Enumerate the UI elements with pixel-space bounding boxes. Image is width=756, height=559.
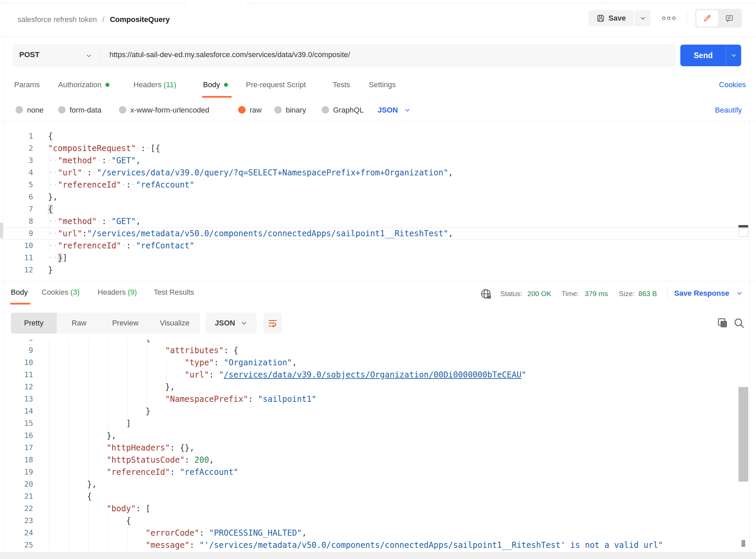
- edit-pane-toggle[interactable]: [696, 10, 718, 26]
- response-scrollbar-thumb[interactable]: [738, 387, 748, 482]
- request-body-editor[interactable]: 1{2"compositeRequest"·:·[{3··"method"·:·…: [0, 121, 750, 276]
- code-line-13[interactable]: 13 "NamespacePrefix": "sailpoint1": [0, 393, 750, 405]
- line-number: 2: [0, 142, 33, 154]
- indent-guide: [108, 340, 108, 344]
- request-editor-scrollbar-thumb[interactable]: [738, 228, 748, 237]
- code-line-16[interactable]: 16 },: [0, 429, 750, 442]
- code-line-7[interactable]: 7{: [0, 203, 750, 215]
- cookies-link[interactable]: Cookies: [719, 81, 746, 89]
- radio-x-www-form-urlencoded-label[interactable]: x-www-form-urlencoded: [130, 106, 209, 115]
- network-lock-icon[interactable]: [480, 288, 493, 301]
- code-line-2[interactable]: 2"compositeRequest"·:·[{: [0, 142, 750, 154]
- view-visualize[interactable]: Visualize: [149, 313, 200, 334]
- code-line-3[interactable]: 3··"method"·:·"GET",: [0, 154, 750, 166]
- response-tab-cookies[interactable]: Cookies (3): [42, 288, 80, 297]
- code-line-9[interactable]: 9 "attributes": {: [0, 344, 750, 357]
- view-raw[interactable]: Raw: [57, 313, 101, 334]
- tab-settings[interactable]: Settings: [369, 81, 396, 89]
- radio-graphql[interactable]: [322, 106, 329, 114]
- code-line-8[interactable]: 8··"method"·:·"GET",: [0, 215, 750, 227]
- code-line-5[interactable]: 5··"referenceId"·:·"refAccount": [0, 179, 750, 191]
- code-line-4[interactable]: 4··"url"·:·"/services/data/v39.0/query/?…: [0, 166, 750, 179]
- chevron-down-icon: [240, 320, 247, 327]
- url-value: https://atul-sail-dev-ed.my.salesforce.c…: [110, 50, 350, 59]
- code-line-17[interactable]: 17 "httpHeaders": {},: [0, 442, 750, 454]
- code-line-12[interactable]: 12 },: [0, 381, 750, 393]
- code-line-25[interactable]: 25 "message": "'/services/metadata/v50.0…: [0, 539, 750, 551]
- radio-raw[interactable]: [238, 106, 246, 114]
- code-line-15[interactable]: 15 ]: [0, 418, 750, 429]
- view-pretty[interactable]: Pretty: [11, 313, 57, 334]
- code-line-24[interactable]: 24 "errorCode": "PROCESSING_HALTED",: [0, 527, 750, 539]
- radio-form-data-label[interactable]: form-data: [70, 106, 101, 115]
- response-tab-headers[interactable]: Headers (9): [98, 288, 137, 297]
- code-line-10[interactable]: 10··"referenceId"·:·"refContact": [0, 240, 750, 252]
- indent-guide: [49, 369, 49, 381]
- indent-guide: [49, 502, 49, 515]
- code-line-19[interactable]: 19 "referenceId": "refAccount": [0, 466, 750, 478]
- wrap-text-button[interactable]: [263, 313, 282, 334]
- view-preview[interactable]: Preview: [101, 313, 149, 334]
- response-tab-test-results[interactable]: Test Results: [154, 288, 194, 297]
- response-language-select[interactable]: JSON: [206, 313, 256, 334]
- url-input[interactable]: https://atul-sail-dev-ed.my.salesforce.c…: [101, 45, 675, 66]
- save-button-label: Save: [609, 14, 626, 23]
- code-line-11[interactable]: 11 "url": "/services/data/v39.0/sobjects…: [0, 369, 750, 381]
- response-scrollbar-thumb-small[interactable]: [741, 540, 745, 547]
- code-line-12[interactable]: 12}: [0, 264, 750, 276]
- tab-body[interactable]: Body: [203, 81, 228, 89]
- code-line-18[interactable]: 18 "httpStatusCode": 200,: [0, 454, 750, 466]
- breadcrumb-collection[interactable]: salesforce refresh token: [18, 15, 97, 24]
- radio-none[interactable]: [16, 106, 23, 114]
- radio-binary[interactable]: [274, 106, 282, 114]
- code-line-8[interactable]: 8 {: [0, 340, 750, 344]
- response-tab-body[interactable]: Body: [11, 288, 28, 297]
- code-line-11[interactable]: 11··}]: [0, 252, 750, 264]
- method-select[interactable]: POST: [13, 45, 100, 66]
- indent-guide: [146, 357, 147, 369]
- copy-response-button[interactable]: [715, 316, 728, 329]
- radio-form-data[interactable]: [58, 106, 66, 114]
- bottom-scroll-track[interactable]: [0, 552, 756, 559]
- indent-guide: [127, 393, 127, 405]
- indent-guide: [127, 357, 127, 369]
- send-button[interactable]: Send: [680, 45, 726, 66]
- indent-guide: [69, 357, 69, 369]
- tab-tests[interactable]: Tests: [333, 81, 350, 89]
- indent-guide: [88, 405, 89, 418]
- code-line-22[interactable]: 22 "body": [: [0, 502, 750, 515]
- code-line-6[interactable]: 6},: [0, 191, 750, 203]
- beautify-link[interactable]: Beautify: [715, 106, 742, 115]
- active-request-tab[interactable]: [186, 0, 248, 3]
- raw-language-select[interactable]: JSON: [378, 106, 411, 115]
- code-line-10[interactable]: 10 "type": "Organization",: [0, 357, 750, 369]
- radio-graphql-label[interactable]: GraphQL: [333, 106, 364, 115]
- tab-pre-request-script[interactable]: Pre-request Script: [246, 81, 306, 89]
- save-dropdown-button[interactable]: [635, 10, 650, 26]
- response-body-viewer[interactable]: 8 {9 "attributes": {10 "type": "Organiza…: [0, 340, 750, 552]
- breadcrumb-separator: /: [102, 15, 105, 24]
- radio-binary-label[interactable]: binary: [286, 106, 306, 115]
- code-line-1[interactable]: 1{: [0, 130, 750, 142]
- save-button[interactable]: Save: [589, 10, 634, 26]
- radio-none-label[interactable]: none: [27, 106, 44, 115]
- chevron-down-icon: [736, 290, 743, 297]
- code-line-14[interactable]: 14 }: [0, 405, 750, 418]
- radio-raw-label[interactable]: raw: [250, 106, 261, 115]
- tab-params[interactable]: Params: [14, 81, 40, 89]
- search-response-button[interactable]: [733, 317, 745, 329]
- save-response-button[interactable]: Save Response: [674, 289, 743, 298]
- code-line-23[interactable]: 23 {: [0, 515, 750, 527]
- code-line-21[interactable]: 21 {: [0, 490, 750, 502]
- indent-guide: [49, 429, 49, 442]
- tab-authorization[interactable]: Authorization: [58, 81, 110, 89]
- indent-guide: [69, 539, 69, 551]
- send-dropdown-button[interactable]: [726, 45, 741, 66]
- line-number: 1: [0, 130, 33, 142]
- radio-x-www-form-urlencoded[interactable]: [119, 106, 126, 114]
- code-line-9[interactable]: 9··"url":"/services/metadata/v50.0/compo…: [0, 227, 750, 240]
- tab-headers[interactable]: Headers (11): [133, 81, 176, 89]
- code-line-20[interactable]: 20 },: [0, 478, 750, 490]
- more-actions-button[interactable]: [659, 13, 678, 24]
- comments-pane-toggle[interactable]: [718, 10, 740, 26]
